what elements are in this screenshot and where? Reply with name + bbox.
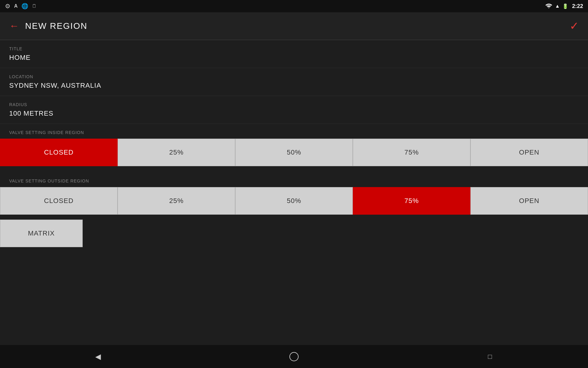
nav-recent-button[interactable]: □ [482,349,498,364]
location-section: LOCATION SYDNEY NSW, AUSTRALIA [0,68,588,96]
inside-region-section: VALVE SETTING INSIDE REGION CLOSED25%50%… [0,124,588,166]
nav-bar: ◀ □ [0,345,588,368]
radius-value[interactable]: 100 METRES [9,109,579,117]
sd-icon: 🗒 [32,3,37,9]
outside-region-label: VALVE SETTING OUTSIDE REGION [0,172,588,187]
outside-option-closed[interactable]: CLOSED [0,187,118,215]
radius-label: RADIUS [9,102,579,107]
nav-back-icon: ◀ [95,352,101,361]
matrix-section: MATRIX [0,215,588,252]
inside-option-closed[interactable]: CLOSED [0,139,118,166]
inside-option-75pct[interactable]: 75% [353,139,470,166]
outside-option-open[interactable]: OPEN [470,187,588,215]
back-button[interactable]: ← [9,20,19,32]
app-header: ← NEW REGION ✓ [0,12,588,40]
nav-recent-icon: □ [488,353,492,361]
confirm-button[interactable]: ✓ [570,20,579,33]
status-bar: ⚙ A 🌐 🗒 ▲ 🔋 2:22 [0,0,588,12]
inside-region-label: VALVE SETTING INSIDE REGION [0,124,588,139]
radius-section: RADIUS 100 METRES [0,96,588,124]
wifi-icon [545,3,552,9]
settings-icon: ⚙ [5,2,10,10]
outside-region-options: CLOSED25%50%75%OPEN [0,187,588,215]
svg-point-0 [548,8,549,8]
globe-icon: 🌐 [21,3,28,10]
outside-region-section: VALVE SETTING OUTSIDE REGION CLOSED25%50… [0,172,588,215]
location-value[interactable]: SYDNEY NSW, AUSTRALIA [9,82,579,90]
a-icon: A [14,3,18,9]
matrix-button[interactable]: MATRIX [0,220,83,247]
title-label: TITLE [9,46,579,51]
content-area: TITLE HOME LOCATION SYDNEY NSW, AUSTRALI… [0,40,588,345]
status-bar-right: ▲ 🔋 2:22 [545,3,583,10]
nav-home-button[interactable] [286,349,302,364]
inside-option-25pct[interactable]: 25% [118,139,235,166]
title-value[interactable]: HOME [9,54,579,62]
inside-option-open[interactable]: OPEN [470,139,588,166]
signal-icon: ▲ [555,3,560,9]
location-label: LOCATION [9,74,579,79]
inside-option-50pct[interactable]: 50% [235,139,353,166]
clock: 2:22 [572,3,583,10]
nav-home-icon [289,352,299,361]
header-left: ← NEW REGION [9,20,88,32]
inside-region-options: CLOSED25%50%75%OPEN [0,139,588,166]
status-bar-left: ⚙ A 🌐 🗒 [5,2,37,10]
outside-option-75pct[interactable]: 75% [353,187,470,215]
outside-option-50pct[interactable]: 50% [235,187,353,215]
outside-option-25pct[interactable]: 25% [118,187,235,215]
title-section: TITLE HOME [0,40,588,68]
battery-icon: 🔋 [562,3,568,9]
nav-back-button[interactable]: ◀ [90,349,106,364]
page-title: NEW REGION [25,21,88,31]
